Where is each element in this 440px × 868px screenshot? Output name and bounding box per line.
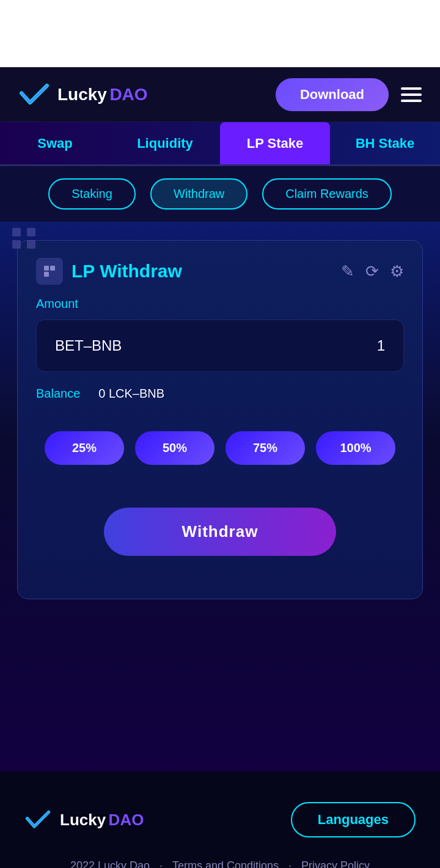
amount-value: 1 <box>377 337 385 354</box>
sub-tab-withdraw[interactable]: Withdraw <box>150 178 248 210</box>
pixel-decoration <box>12 228 38 249</box>
balance-row: Balance 0 LCK–BNB <box>18 372 422 407</box>
footer-top: Lucky DAO Languages <box>24 802 416 837</box>
token-name: BET–BNB <box>55 337 122 354</box>
pct-75-button[interactable]: 75% <box>226 431 305 465</box>
card-header: LP Withdraw ✎ ⟳ ⚙ <box>18 241 422 297</box>
lp-withdraw-card: LP Withdraw ✎ ⟳ ⚙ Amount BET–BNB 1 Balan… <box>17 240 423 599</box>
tab-lp-stake[interactable]: LP Stake <box>220 122 330 164</box>
withdraw-button[interactable]: Withdraw <box>104 508 336 556</box>
logo: Lucky DAO <box>18 82 148 107</box>
header-right: Download <box>276 78 422 111</box>
dot-separator-2: · <box>288 859 292 868</box>
card-title: LP Withdraw <box>72 261 182 282</box>
hamburger-line-2 <box>401 93 422 96</box>
svg-rect-0 <box>44 266 49 271</box>
settings-icon[interactable]: ⚙ <box>390 262 404 281</box>
footer: Lucky DAO Languages 2022 Lucky Dao · Ter… <box>0 771 440 868</box>
card-actions: ✎ ⟳ ⚙ <box>341 262 404 281</box>
svg-rect-1 <box>50 266 55 271</box>
footer-logo-text: Lucky DAO <box>60 811 144 830</box>
dot-separator-1: · <box>160 859 163 868</box>
pct-25-button[interactable]: 25% <box>45 431 124 465</box>
menu-button[interactable] <box>401 87 422 102</box>
tab-swap[interactable]: Swap <box>0 122 110 164</box>
terms-link[interactable]: Terms and Conditions <box>172 859 279 868</box>
main-content: LP Withdraw ✎ ⟳ ⚙ Amount BET–BNB 1 Balan… <box>0 222 440 771</box>
logo-icon <box>18 82 50 107</box>
tab-liquidity[interactable]: Liquidity <box>110 122 220 164</box>
copyright-text: 2022 Lucky Dao <box>70 859 150 868</box>
footer-logo-icon <box>24 809 51 830</box>
percentage-buttons: 25% 50% 75% 100% <box>18 407 422 477</box>
pct-100-button[interactable]: 100% <box>316 431 395 465</box>
sub-tab-staking[interactable]: Staking <box>48 178 136 210</box>
languages-button[interactable]: Languages <box>291 802 416 837</box>
top-bar <box>0 0 440 67</box>
header: Lucky DAO Download <box>0 67 440 122</box>
hamburger-line-3 <box>401 100 422 102</box>
sub-nav: Staking Withdraw Claim Rewards <box>0 166 440 222</box>
footer-logo: Lucky DAO <box>24 809 144 830</box>
card-title-area: LP Withdraw <box>36 258 182 285</box>
refresh-icon[interactable]: ⟳ <box>365 262 379 281</box>
footer-bottom: 2022 Lucky Dao · Terms and Conditions · … <box>24 859 416 868</box>
main-nav: Swap Liquidity LP Stake BH Stake <box>0 122 440 166</box>
pct-50-button[interactable]: 50% <box>135 431 215 465</box>
hamburger-line-1 <box>401 87 422 90</box>
logo-text: Lucky DAO <box>57 85 148 104</box>
balance-value: 0 LCK–BNB <box>98 387 164 401</box>
sub-tab-claim-rewards[interactable]: Claim Rewards <box>262 178 392 210</box>
svg-rect-2 <box>44 272 49 277</box>
privacy-link[interactable]: Privacy Policy <box>301 859 370 868</box>
download-button[interactable]: Download <box>276 78 389 111</box>
edit-icon[interactable]: ✎ <box>341 262 354 281</box>
amount-input-box[interactable]: BET–BNB 1 <box>36 319 404 372</box>
card-icon-box <box>36 258 63 285</box>
card-box-icon <box>42 264 57 279</box>
withdraw-button-wrap: Withdraw <box>18 477 422 568</box>
tab-bh-stake[interactable]: BH Stake <box>330 122 440 164</box>
balance-label: Balance <box>36 387 80 401</box>
amount-label: Amount <box>18 297 422 319</box>
